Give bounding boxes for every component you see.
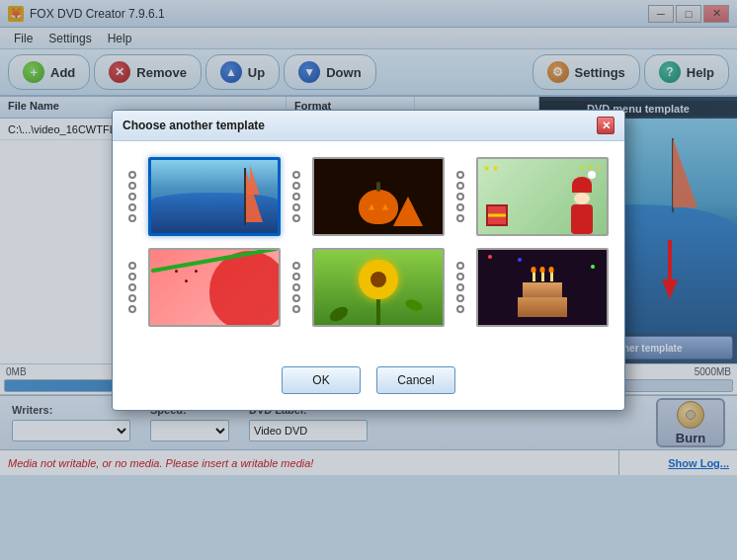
modal-dialog: Choose another template ✕ [112, 110, 625, 411]
template-thumb-water [148, 157, 281, 236]
modal-title: Choose another template [123, 119, 265, 132]
template-preview-sunflower [314, 250, 443, 325]
spiral-binding-1 [128, 171, 142, 222]
template-item-strawberry[interactable] [128, 248, 281, 327]
modal-overlay: Choose another template ✕ [0, 0, 737, 560]
spiral-binding-6 [456, 262, 470, 313]
template-item-cake[interactable] [456, 248, 609, 327]
modal-body: ★ ★ ✦ ✦ ✦ [113, 141, 624, 359]
template-preview-cake [478, 250, 607, 325]
sunflower-shape [359, 260, 398, 299]
template-thumb-halloween [312, 157, 445, 236]
template-item-halloween[interactable] [292, 157, 445, 236]
modal-header: Choose another template ✕ [113, 111, 624, 141]
template-grid: ★ ★ ✦ ✦ ✦ [128, 157, 609, 327]
template-preview-strawberry [150, 250, 279, 325]
modal-close-button[interactable]: ✕ [597, 117, 614, 134]
modal-footer: OK Cancel [113, 359, 624, 410]
template-item-sunflower[interactable] [292, 248, 445, 327]
gift-box [486, 204, 508, 226]
template-item-santa[interactable]: ★ ★ ✦ ✦ ✦ [456, 157, 609, 236]
spiral-binding-2 [292, 171, 306, 222]
spiral-binding-4 [128, 262, 142, 313]
template-thumb-cake [476, 248, 609, 327]
spiral-binding-3 [456, 171, 470, 222]
template-preview-water [151, 160, 278, 233]
pumpkin-decoration [359, 190, 398, 224]
ok-button[interactable]: OK [282, 366, 361, 394]
strawberry-shape [209, 251, 281, 327]
template-thumb-santa: ★ ★ ✦ ✦ ✦ [476, 157, 609, 236]
template-preview-santa: ★ ★ ✦ ✦ ✦ [478, 159, 607, 234]
cake-shape [518, 272, 567, 317]
santa-figure [567, 177, 597, 226]
template-thumb-sunflower [312, 248, 445, 327]
template-item-water[interactable] [128, 157, 281, 236]
cancel-button[interactable]: Cancel [376, 366, 455, 394]
spiral-binding-5 [292, 262, 306, 313]
template-preview-halloween [314, 159, 443, 234]
template-thumb-strawberry [148, 248, 281, 327]
